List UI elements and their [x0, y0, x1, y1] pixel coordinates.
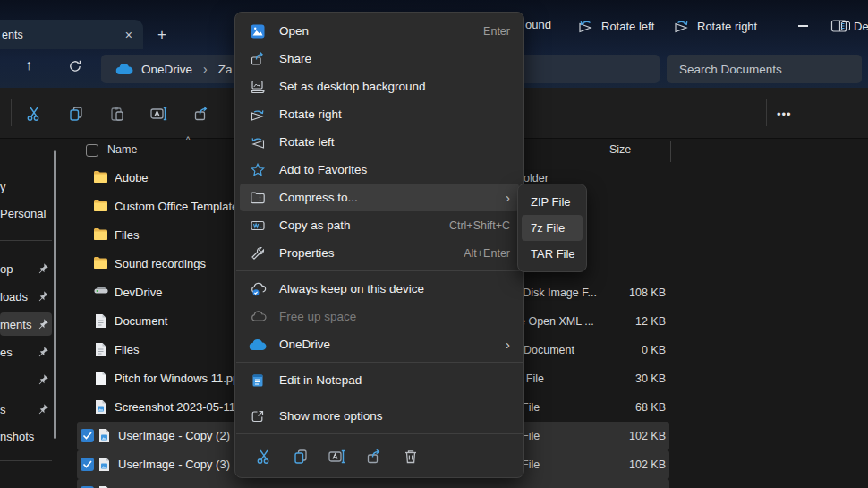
- sidebar-item-gallery[interactable]: y: [0, 175, 52, 198]
- rotate-right-icon: [249, 106, 267, 124]
- image-file-icon: [97, 428, 111, 443]
- details-label: Det: [854, 20, 868, 33]
- menu-item-always-keep-on-device[interactable]: Always keep on this device: [240, 275, 519, 303]
- sidebar-item-downloads[interactable]: loads: [0, 285, 52, 308]
- submenu-item-tar[interactable]: TAR File: [522, 241, 583, 267]
- column-divider[interactable]: [670, 141, 671, 162]
- breadcrumb-user[interactable]: Za: [218, 63, 233, 76]
- context-menu: Open Enter Share Set as desktop backgrou…: [234, 12, 524, 478]
- breadcrumb-onedrive[interactable]: OneDrive: [141, 63, 192, 76]
- menu-item-open[interactable]: Open Enter: [240, 17, 519, 45]
- sidebar-item-documents[interactable]: ments: [0, 312, 52, 336]
- rotate-right-button[interactable]: Rotate right: [673, 15, 757, 37]
- menu-item-compress-to[interactable]: Compress to... ›: [240, 184, 519, 211]
- paste-button[interactable]: [106, 103, 128, 124]
- search-placeholder: Search Documents: [679, 63, 782, 76]
- menu-item-edit-in-notepad[interactable]: Edit in Notepad: [240, 366, 519, 394]
- submenu-item-7z[interactable]: 7z File: [522, 215, 583, 241]
- cut-button[interactable]: [23, 103, 45, 124]
- sidebar-divider: [0, 240, 52, 241]
- menu-item-set-desktop-background[interactable]: Set as desktop background: [240, 73, 519, 100]
- menu-separator: [236, 362, 523, 363]
- open-icon: [249, 22, 267, 40]
- rename-button[interactable]: [149, 103, 170, 124]
- rotate-right-icon: [673, 18, 691, 34]
- details-button[interactable]: Det: [830, 15, 868, 37]
- menu-item-show-more-options[interactable]: Show more options: [240, 402, 519, 430]
- column-header-name[interactable]: Name: [107, 143, 137, 156]
- row-checkbox-checked[interactable]: [81, 429, 94, 442]
- submenu-chevron-icon: ›: [506, 190, 510, 205]
- show-more-icon: [249, 407, 267, 425]
- compress-folder-icon: [249, 189, 267, 207]
- menu-item-rotate-right[interactable]: Rotate right: [240, 100, 519, 128]
- rename-icon: [328, 448, 347, 466]
- pin-icon: [38, 262, 49, 274]
- file-row-partial[interactable]: [77, 479, 669, 488]
- rotate-left-icon: [577, 18, 595, 34]
- menu-item-rotate-left[interactable]: Rotate left: [240, 128, 519, 156]
- file-icon: [93, 371, 107, 386]
- sidebar-item-pictures[interactable]: es: [0, 340, 52, 364]
- explorer-tab-documents[interactable]: ents ×: [0, 20, 143, 49]
- new-tab-button[interactable]: +: [152, 25, 172, 45]
- sidebar-item-music[interactable]: [0, 368, 52, 391]
- submenu-item-zip[interactable]: ZIP File: [522, 189, 583, 215]
- sidebar-item-screenshots[interactable]: nshots: [0, 424, 52, 448]
- share-button[interactable]: [363, 446, 385, 467]
- folder-icon: [93, 170, 108, 184]
- rotate-left-button[interactable]: Rotate left: [577, 15, 654, 37]
- tab-title: ents: [2, 29, 23, 41]
- select-all-checkbox[interactable]: [86, 144, 98, 157]
- pin-icon: [38, 403, 49, 415]
- rotate-right-label: Rotate right: [697, 20, 757, 33]
- column-header-size[interactable]: Size: [609, 143, 631, 156]
- share-button[interactable]: [191, 103, 212, 124]
- see-more-button[interactable]: •••: [777, 107, 792, 121]
- menu-item-add-to-favorites[interactable]: Add to Favorites: [240, 156, 519, 184]
- menu-separator: [236, 270, 523, 271]
- sidebar-item-videos[interactable]: s: [0, 398, 52, 421]
- document-icon: [93, 342, 107, 357]
- column-divider[interactable]: [600, 141, 600, 162]
- menu-item-copy-as-path[interactable]: Copy as path Ctrl+Shift+C: [240, 211, 519, 239]
- menu-item-share[interactable]: Share: [240, 45, 519, 73]
- refresh-button[interactable]: [68, 59, 82, 73]
- compress-submenu: ZIP File 7z File TAR File: [517, 184, 587, 272]
- search-input[interactable]: Search Documents: [667, 55, 862, 83]
- cloud-icon: [249, 308, 267, 326]
- desktop-background-icon: [249, 78, 267, 96]
- rename-button[interactable]: [327, 446, 348, 467]
- sidebar-divider: [0, 460, 52, 461]
- pin-icon: [38, 373, 49, 385]
- row-checkbox-checked[interactable]: [81, 458, 94, 471]
- folder-icon: [93, 199, 108, 212]
- tab-close-icon[interactable]: ×: [125, 28, 132, 42]
- sort-ascending-icon: ^: [186, 135, 190, 144]
- sidebar-item-desktop[interactable]: op: [0, 257, 52, 280]
- copy-icon: [67, 105, 85, 123]
- menu-item-onedrive[interactable]: OneDrive ›: [240, 330, 519, 358]
- toolbar-divider: [766, 99, 767, 126]
- nav-up-button[interactable]: ↑: [25, 57, 32, 73]
- delete-button[interactable]: [400, 446, 421, 467]
- notepad-icon: [249, 372, 267, 390]
- share-icon: [192, 105, 210, 123]
- copy-button[interactable]: [65, 103, 87, 124]
- copy-icon: [292, 448, 310, 466]
- menu-item-free-up-space[interactable]: Free up space: [240, 303, 519, 330]
- onedrive-cloud-icon: [115, 63, 133, 75]
- sidebar-item-onedrive-personal[interactable]: Personal: [0, 201, 52, 225]
- minimize-button[interactable]: [787, 18, 818, 34]
- menu-item-properties[interactable]: Properties Alt+Enter: [240, 239, 519, 267]
- details-pane-icon: [830, 19, 847, 33]
- rename-icon: [149, 105, 169, 123]
- cut-button[interactable]: [253, 446, 275, 467]
- copy-button[interactable]: [290, 446, 311, 467]
- sidebar-scrollbar[interactable]: [54, 150, 56, 439]
- drive-icon: [93, 285, 109, 298]
- minimize-icon: [798, 25, 808, 27]
- toolbar-background-fragment[interactable]: ound: [525, 18, 551, 31]
- file-explorer-window: ents × + ↑ OneDrive › Za Search Document…: [0, 0, 868, 488]
- share-icon: [249, 50, 267, 68]
